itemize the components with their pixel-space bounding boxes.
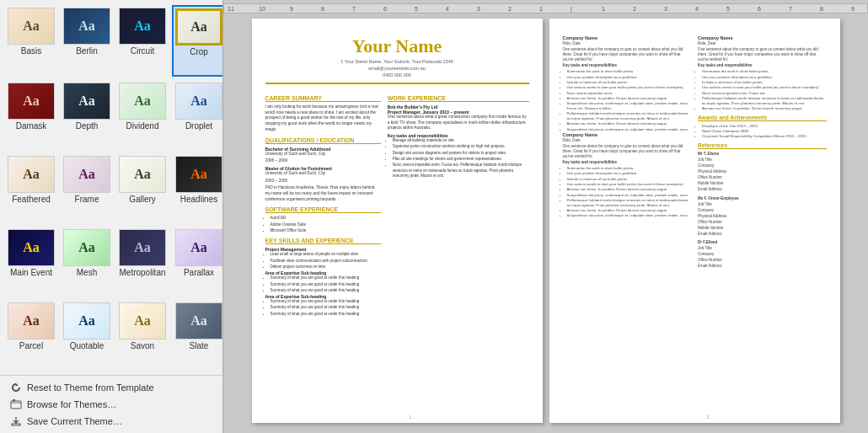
theme-item-mesh[interactable]: AaMesh (61, 227, 113, 297)
ruler-tick-label: 5 (726, 6, 730, 12)
list-item: Pellentesque habitant morbi tristique se… (567, 111, 692, 121)
theme-item-metropolitan[interactable]: AaMetropolitan (116, 227, 169, 297)
theme-item-crop[interactable]: AaCrop (172, 5, 222, 77)
list-item: Use your position description as a guide… (567, 75, 692, 80)
theme-action-reset[interactable]: Reset to Theme from Template (5, 379, 217, 396)
resume-address-3: 0400 000 000 (265, 72, 529, 78)
ref-email: Email Address (698, 264, 827, 269)
theme-aa-text-main-event: Aa (23, 240, 40, 255)
list-item: Suspendisse dui purus, scelerisque at, v… (567, 213, 692, 218)
list-item: Adobe Creative Suite (271, 222, 381, 227)
ref-email: Email Address (698, 232, 827, 237)
theme-label-dividend: Dividend (126, 121, 159, 131)
page-number-2: 2 (563, 414, 854, 420)
page-number-1: 1 (265, 414, 556, 420)
p2-c2-bullets1: Summarise the work in short bullet point… (698, 69, 827, 110)
theme-label-main-event: Main Event (10, 268, 52, 277)
theme-preview-dividend: Aa (119, 83, 166, 120)
theme-item-headlines[interactable]: AaHeadlines (172, 153, 222, 223)
qual2-year: 2003 – 2005 (265, 179, 381, 184)
list-item: Summary of what you are good at under th… (271, 282, 381, 287)
list-item: Suspendisse dui purus, scelerisque at, v… (567, 127, 692, 132)
theme-item-dividend[interactable]: AaDividend (116, 80, 169, 150)
ruler-tick-label: 3 (664, 6, 667, 12)
theme-preview-circuit: Aa (119, 8, 166, 45)
theme-item-berlin[interactable]: AaBerlin (61, 5, 113, 77)
svg-rect-0 (11, 401, 21, 409)
theme-item-gallery[interactable]: AaGallery (116, 153, 169, 223)
theme-item-damask[interactable]: AaDamask (5, 80, 57, 150)
list-item: Plan all site meetings for clients and g… (393, 157, 529, 162)
list-item: Suspendisse dui purus, scelerisque at, v… (567, 101, 692, 111)
resume-left-col: Career Summary I am only looking for wor… (265, 91, 381, 318)
list-item: Suspendisse dui purus, scelerisque at, v… (567, 193, 692, 198)
qual1-year: 2006 – 2009 (265, 158, 381, 164)
theme-aa-text-gallery: Aa (134, 167, 151, 182)
theme-preview-frame: Aa (63, 156, 110, 193)
theme-item-slate[interactable]: AaSlate (172, 300, 222, 370)
theme-label-savon: Savon (131, 341, 154, 350)
theme-item-droplet[interactable]: AaDroplet (172, 80, 222, 150)
p2-c1-desc2: One sentence about the company to give u… (563, 144, 692, 159)
theme-item-quotable[interactable]: AaQuotable (61, 300, 113, 370)
list-item: Nunc viverra imperdiet enim. Fusce est. (702, 91, 827, 96)
theme-aa-text-dividend: Aa (134, 94, 151, 109)
ref-title: Job Title (698, 246, 827, 251)
list-item: Facilitate clear communication with proj… (271, 259, 381, 264)
p2-c2-desc1: One sentence about the company to give u… (698, 47, 827, 62)
document-area: 1110987654321|123456789 Your Name 1 Your… (223, 0, 868, 433)
ruler-tick-label: | (571, 6, 572, 12)
theme-item-depth[interactable]: AaDepth (61, 80, 113, 150)
theme-item-feathered[interactable]: AaFeathered (5, 153, 57, 223)
list-item: Aenean nec lorem. In porttitor. Donec la… (567, 208, 692, 213)
theme-preview-main-event: Aa (8, 229, 55, 266)
svg-rect-1 (13, 399, 15, 401)
resume-name: Your Name (265, 35, 529, 57)
ref-office: Office Number (698, 258, 827, 263)
document-page-1: Your Name 1 Your Street Name, Your Subur… (252, 19, 543, 423)
theme-item-parcel[interactable]: AaParcel (5, 300, 57, 370)
ruler-tick-label: 6 (758, 6, 761, 12)
theme-label-droplet: Droplet (185, 121, 212, 131)
theme-preview-headlines: Aa (175, 156, 222, 193)
list-item: Supervise junior construction workers wo… (393, 144, 529, 149)
theme-item-circuit[interactable]: AaCircuit (116, 5, 169, 77)
theme-preview-droplet: Aa (175, 83, 222, 120)
theme-label-basis: Basis (21, 46, 41, 56)
list-item: Manage all building materials on site. (393, 138, 529, 143)
theme-label-quotable: Quotable (70, 341, 104, 350)
theme-item-basis[interactable]: AaBasis (5, 5, 57, 77)
theme-item-frame[interactable]: AaFrame (61, 153, 113, 223)
theme-preview-damask: Aa (8, 83, 55, 120)
theme-aa-text-savon: Aa (134, 313, 151, 329)
ruler-tick-label: 9 (851, 6, 855, 12)
theme-label-circuit: Circuit (131, 46, 154, 56)
theme-aa-text-parallax: Aa (190, 240, 207, 255)
theme-item-savon[interactable]: AaSavon (116, 300, 169, 370)
p2-awards-list: Employee of the Year 2012 – 2015State Ch… (698, 124, 827, 139)
theme-label-mesh: Mesh (77, 268, 97, 277)
ruler-tick-label: 4 (446, 6, 449, 12)
ref-name: Dr F.Eliand (698, 240, 827, 245)
theme-action-save[interactable]: Save Current Theme… (5, 413, 217, 430)
ruler-tick-label: 2 (508, 6, 512, 12)
qualifications-title: Qualifications / Education (265, 137, 381, 144)
skills-list-2: Summary of what you are good at under th… (265, 275, 381, 293)
save-label: Save Current Theme… (27, 416, 122, 426)
theme-item-main-event[interactable]: AaMain Event (5, 227, 57, 297)
qual2-uni: University of Such-and-Such, City (265, 171, 381, 177)
theme-item-parallax[interactable]: AaParallax (172, 227, 222, 297)
theme-aa-text-depth: Aa (78, 94, 95, 109)
theme-action-browse[interactable]: Browse for Themes… (5, 396, 217, 413)
ruler-tick-label: 9 (290, 6, 293, 12)
theme-aa-text-parcel: Aa (23, 313, 40, 329)
ref-email: Email Address (698, 187, 827, 192)
browse-label: Browse for Themes… (27, 399, 116, 409)
ref-mobile: Mobile Number (698, 226, 827, 231)
ruler-tick-label: 7 (352, 6, 356, 12)
theme-label-depth: Depth (76, 121, 99, 131)
theme-aa-text-feathered: Aa (23, 167, 40, 182)
list-item: Employee of the Year 2012 – 2015 (702, 124, 827, 129)
qual3-degree: PhD in Hardcore Academia. Thesis: How ma… (265, 185, 381, 202)
ruler-tick-label: 2 (633, 6, 636, 12)
